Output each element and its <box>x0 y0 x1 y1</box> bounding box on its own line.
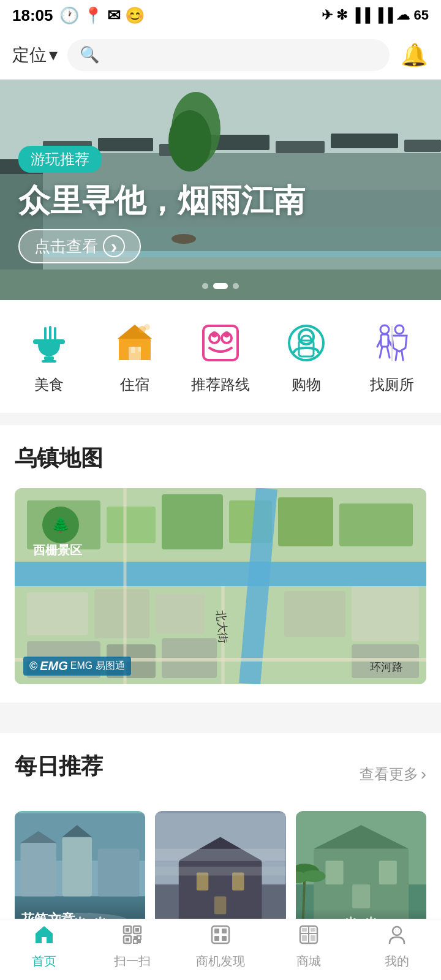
svg-rect-18 <box>44 327 47 342</box>
svg-rect-112 <box>137 940 141 943</box>
scan-icon <box>121 924 143 949</box>
svg-rect-124 <box>302 935 307 941</box>
map-illustration: 🌲 西栅景区 北大街 环河路 <box>15 488 426 684</box>
shop-label: 购物 <box>292 375 321 394</box>
banner-dot-2[interactable] <box>213 283 228 289</box>
map-section: 乌镇地图 <box>0 425 441 703</box>
search-bar[interactable]: 🔍 <box>67 39 390 71</box>
svg-line-42 <box>380 347 382 358</box>
status-icons: 🕐 📍 ✉ 😊 <box>59 6 145 25</box>
mall-label: 商城 <box>296 953 321 970</box>
mall-icon <box>298 924 320 949</box>
svg-rect-120 <box>222 936 227 941</box>
search-icon: 🔍 <box>80 45 99 64</box>
svg-point-33 <box>211 331 217 337</box>
svg-text:环河路: 环河路 <box>370 661 403 673</box>
svg-point-34 <box>224 331 230 337</box>
banner-dots <box>202 283 239 289</box>
svg-rect-116 <box>212 926 229 943</box>
divider-2 <box>0 703 441 721</box>
svg-rect-26 <box>131 347 135 353</box>
see-more-label: 查看更多 <box>360 764 418 784</box>
svg-rect-79 <box>98 849 140 897</box>
shop-icon <box>282 318 331 368</box>
hotel-label: 住宿 <box>120 375 149 394</box>
location-label: 定位 <box>12 43 47 67</box>
nav-item-hotel[interactable]: 住宿 <box>98 318 172 394</box>
hero-banner[interactable]: 游玩推荐 众里寻他，烟雨江南 点击查看 › <box>0 80 441 300</box>
svg-text:🌲: 🌲 <box>51 516 70 533</box>
svg-rect-50 <box>107 507 156 543</box>
mine-label: 我的 <box>385 953 409 970</box>
home-icon <box>33 924 55 949</box>
svg-line-45 <box>396 352 397 360</box>
svg-rect-118 <box>222 929 227 933</box>
toilet-icon <box>368 318 417 368</box>
recommend-header: 每日推荐 查看更多 › <box>15 752 426 796</box>
svg-rect-58 <box>94 589 149 638</box>
see-more-icon: › <box>421 764 426 784</box>
svg-rect-60 <box>284 591 345 637</box>
quick-nav: 美食 住宿 <box>0 300 441 413</box>
bell-icon: 🔔 <box>401 42 428 68</box>
see-more-button[interactable]: 查看更多 › <box>360 764 426 784</box>
location-arrow: ▾ <box>49 45 58 65</box>
svg-rect-113 <box>126 928 129 932</box>
svg-rect-93 <box>155 867 285 876</box>
notification-bell[interactable]: 🔔 <box>399 40 429 70</box>
signal-icons: ✈ ✻ ▐▐ ▐▐ ☁ 65 <box>322 7 429 23</box>
svg-rect-78 <box>62 837 92 896</box>
banner-overlay: 游玩推荐 众里寻他，烟雨江南 点击查看 › <box>18 146 305 263</box>
svg-point-36 <box>299 330 314 344</box>
svg-rect-119 <box>214 936 219 941</box>
svg-line-46 <box>402 352 403 360</box>
nav-item-food[interactable]: 美食 <box>12 318 86 394</box>
svg-point-44 <box>395 325 404 334</box>
location-selector[interactable]: 定位 ▾ <box>12 43 58 67</box>
nav-item-shop[interactable]: 购物 <box>270 318 343 394</box>
bottom-nav-home[interactable]: 首页 <box>0 924 88 976</box>
svg-rect-55 <box>15 562 426 586</box>
status-bar: 18:05 🕐 📍 ✉ 😊 ✈ ✻ ▐▐ ▐▐ ☁ 65 <box>0 0 441 31</box>
svg-rect-27 <box>138 347 141 352</box>
svg-rect-39 <box>381 334 388 347</box>
svg-point-126 <box>393 927 401 935</box>
svg-rect-10 <box>404 140 441 152</box>
banner-cta-button[interactable]: 点击查看 › <box>18 229 141 263</box>
bottom-nav-mine[interactable]: 我的 <box>353 924 441 976</box>
svg-rect-122 <box>302 928 307 932</box>
toilet-label: 找厕所 <box>370 375 414 394</box>
bottom-nav-mall[interactable]: 商城 <box>265 924 353 976</box>
svg-rect-115 <box>126 938 129 941</box>
banner-tag: 游玩推荐 <box>18 146 102 173</box>
nav-item-toilet[interactable]: 找厕所 <box>355 318 429 394</box>
recommend-title: 每日推荐 <box>15 752 103 782</box>
svg-rect-53 <box>278 497 333 546</box>
svg-rect-21 <box>44 356 54 360</box>
banner-title: 众里寻他，烟雨江南 <box>18 181 305 219</box>
status-left: 18:05 🕐 📍 ✉ 😊 <box>12 6 145 25</box>
svg-rect-100 <box>352 884 370 908</box>
svg-line-43 <box>387 347 390 358</box>
banner-dot-1[interactable] <box>202 283 208 289</box>
header: 定位 ▾ 🔍 🔔 <box>0 31 441 80</box>
svg-rect-125 <box>311 935 315 941</box>
map-logo: © EMG EMG 易图通 <box>23 657 131 676</box>
map-container[interactable]: 🌲 西栅景区 北大街 环河路 © EMG EMG 易图通 <box>15 488 426 684</box>
svg-rect-51 <box>162 494 223 549</box>
svg-rect-9 <box>331 134 398 148</box>
svg-rect-111 <box>134 940 137 943</box>
svg-rect-92 <box>155 849 285 861</box>
banner-dot-3[interactable] <box>233 283 239 289</box>
route-label: 推荐路线 <box>191 375 250 394</box>
nav-item-route[interactable]: 推荐路线 <box>184 318 257 394</box>
svg-rect-30 <box>203 326 238 360</box>
home-label: 首页 <box>32 953 56 970</box>
scan-label: 扫一扫 <box>114 953 151 970</box>
mine-icon <box>386 924 408 949</box>
banner-btn-label: 点击查看 <box>34 236 98 257</box>
bottom-nav-scan[interactable]: 扫一扫 <box>88 924 176 976</box>
bottom-nav-discover[interactable]: 商机发现 <box>176 924 265 976</box>
food-label: 美食 <box>34 375 64 394</box>
svg-rect-59 <box>156 594 205 633</box>
